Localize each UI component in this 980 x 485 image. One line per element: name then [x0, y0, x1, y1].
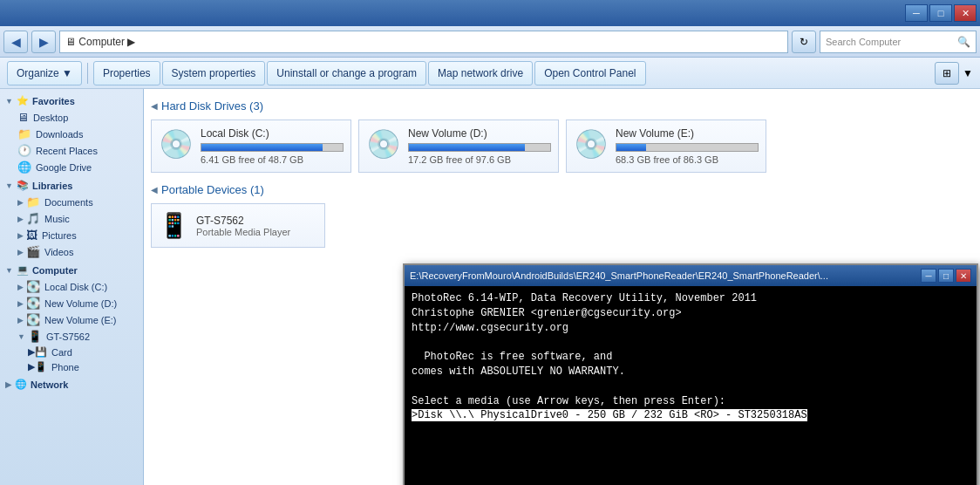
toolbar: Organize ▼ Properties System properties … [0, 58, 980, 89]
terminal-body[interactable]: PhotoRec 6.14-WIP, Data Recovery Utility… [405, 286, 977, 485]
gt-s7562-icon: 📱 [28, 330, 42, 343]
disk-e-name: New Volume (E:) [616, 127, 759, 140]
search-placeholder: Search Computer [826, 37, 901, 47]
pd-collapse-icon[interactable]: ◀ [151, 185, 158, 195]
address-path-box[interactable]: 🖥 Computer ▶ [59, 31, 788, 53]
network-section: ▶ 🌐 Network [0, 376, 143, 393]
terminal-minimize-button[interactable]: ─ [921, 269, 936, 283]
computer-header[interactable]: ▼ 💻 Computer [0, 262, 143, 278]
sidebar-item-new-volume-e[interactable]: ▶ 💽 New Volume (E:) [0, 311, 143, 328]
sidebar-item-videos[interactable]: ▶ 🎬 Videos [0, 243, 143, 260]
gt-s7562-arrow: ▼ [17, 332, 25, 341]
device-tile-gt-s7562[interactable]: 📱 GT-S7562 Portable Media Player [151, 203, 325, 248]
sidebar-item-desktop[interactable]: 🖥 Desktop [0, 109, 143, 126]
disk-tile-e[interactable]: 💿 New Volume (E:) 68.3 GB free of 86.3 G… [566, 120, 766, 173]
documents-icon: 📁 [26, 195, 40, 208]
disk-tile-d[interactable]: 💿 New Volume (D:) 17.2 GB free of 97.6 G… [358, 120, 559, 173]
disk-e-bar-fill [616, 144, 646, 151]
close-button[interactable]: ✕ [954, 4, 977, 22]
computer-section: ▼ 💻 Computer ▶ 💽 Local Disk (C:) ▶ 💽 New… [0, 262, 143, 374]
sidebar-item-pictures[interactable]: ▶ 🖼 Pictures [0, 227, 143, 243]
new-volume-e-arrow: ▶ [17, 316, 24, 324]
card-arrow: ▶ [28, 346, 35, 358]
sidebar-item-google-drive[interactable]: 🌐 Google Drive [0, 159, 143, 175]
favorites-header[interactable]: ▼ ⭐ Favorites [0, 92, 143, 109]
sidebar-item-documents[interactable]: ▶ 📁 Documents [0, 194, 143, 210]
terminal-title-bar: E:\RecoveryFromMouro\AndroidBuilds\ER240… [405, 265, 977, 286]
sidebar-item-new-volume-e-label: New Volume (E:) [44, 315, 117, 325]
view-options-button[interactable]: ⊞ [935, 62, 959, 85]
hdd-collapse-icon[interactable]: ◀ [151, 101, 158, 111]
path-computer: Computer [78, 36, 125, 48]
back-button[interactable]: ◀ [3, 31, 28, 53]
local-disk-c-arrow: ▶ [17, 283, 24, 291]
disk-c-info: Local Disk (C:) 6.41 GB free of 48.7 GB [201, 127, 344, 165]
network-icon: 🌐 [15, 379, 27, 390]
disk-d-bar-bg [408, 143, 551, 152]
toolbar-separator [87, 63, 88, 84]
system-properties-button[interactable]: System properties [162, 61, 266, 85]
minimize-button[interactable]: ─ [905, 4, 928, 22]
disk-d-bar-fill [409, 144, 525, 151]
search-box[interactable]: Search Computer 🔍 [820, 31, 977, 53]
new-volume-d-arrow: ▶ [17, 299, 24, 308]
sidebar-item-phone[interactable]: ▶ 📱 Phone [0, 359, 143, 374]
phone-arrow: ▶ [28, 361, 35, 372]
device-tiles: 📱 GT-S7562 Portable Media Player [151, 203, 973, 248]
device-gt-s7562-type: Portable Media Player [196, 227, 290, 237]
sidebar-item-google-drive-label: Google Drive [36, 162, 92, 173]
sidebar-item-recent-places-label: Recent Places [36, 146, 98, 156]
google-drive-icon: 🌐 [17, 161, 31, 174]
videos-icon: 🎬 [26, 245, 40, 258]
open-control-panel-button[interactable]: Open Control Panel [534, 61, 645, 85]
address-bar: ◀ ▶ 🖥 Computer ▶ ↻ Search Computer 🔍 [0, 26, 980, 58]
sidebar-item-card-label: Card [51, 347, 72, 358]
libraries-expand-icon: ▼ [5, 181, 13, 190]
recent-places-icon: 🕐 [17, 144, 31, 157]
forward-button[interactable]: ▶ [31, 31, 56, 53]
sidebar-item-new-volume-d[interactable]: ▶ 💽 New Volume (D:) [0, 295, 143, 311]
window-controls: ─ □ ✕ [905, 4, 977, 22]
sidebar-item-local-disk-c-label: Local Disk (C:) [44, 282, 107, 292]
sidebar-item-music-label: Music [44, 214, 70, 224]
sidebar-item-local-disk-c[interactable]: ▶ 💽 Local Disk (C:) [0, 278, 143, 295]
portable-devices-header: ◀ Portable Devices (1) [151, 183, 973, 196]
hard-disk-drives-title: Hard Disk Drives (3) [161, 99, 263, 113]
sidebar-item-downloads[interactable]: 📁 Downloads [0, 126, 143, 142]
network-label: Network [31, 379, 68, 390]
local-disk-c-icon: 💽 [26, 280, 40, 293]
disk-c-name: Local Disk (C:) [201, 127, 344, 140]
computer-label: Computer [32, 265, 78, 276]
sidebar-item-recent-places[interactable]: 🕐 Recent Places [0, 142, 143, 159]
sidebar-item-gt-s7562[interactable]: ▼ 📱 GT-S7562 [0, 328, 143, 345]
favorites-expand-icon: ▼ [5, 97, 13, 106]
sidebar-item-desktop-label: Desktop [33, 113, 68, 123]
view-dropdown-icon[interactable]: ▼ [963, 67, 973, 79]
terminal-close-button[interactable]: ✕ [956, 269, 971, 283]
device-gt-s7562-name: GT-S7562 [196, 215, 290, 227]
map-network-button[interactable]: Map network drive [428, 61, 533, 85]
phone-icon: 📱 [35, 361, 47, 372]
terminal-line-1: PhotoRec 6.14-WIP, Data Recovery Utility… [412, 292, 757, 407]
terminal-selected-disk: >Disk \\.\ PhysicalDrive0 - 250 GB / 232… [412, 409, 807, 421]
downloads-folder-icon: 📁 [17, 127, 31, 140]
disk-c-free: 6.41 GB free of 48.7 GB [201, 154, 344, 165]
videos-arrow: ▶ [17, 248, 24, 256]
terminal-maximize-button[interactable]: □ [938, 269, 954, 283]
disk-tile-c[interactable]: 💿 Local Disk (C:) 6.41 GB free of 48.7 G… [151, 120, 351, 173]
desktop-icon: 🖥 [17, 111, 29, 124]
properties-button[interactable]: Properties [93, 61, 160, 85]
favorites-label: Favorites [32, 96, 75, 106]
organize-button[interactable]: Organize ▼ [7, 61, 82, 85]
toolbar-right: ⊞ ▼ [935, 62, 973, 85]
disk-e-free: 68.3 GB free of 86.3 GB [616, 154, 759, 165]
uninstall-button[interactable]: Uninstall or change a program [267, 61, 426, 85]
disk-c-bar-fill [201, 144, 323, 151]
sidebar-item-card[interactable]: ▶ 💾 Card [0, 345, 143, 359]
sidebar-item-music[interactable]: ▶ 🎵 Music [0, 210, 143, 227]
libraries-header[interactable]: ▼ 📚 Libraries [0, 177, 143, 194]
maximize-button[interactable]: □ [929, 4, 952, 22]
sidebar: ▼ ⭐ Favorites 🖥 Desktop 📁 Downloads 🕐 Re… [0, 89, 144, 485]
network-header[interactable]: ▶ 🌐 Network [0, 376, 143, 393]
refresh-button[interactable]: ↻ [792, 31, 816, 53]
